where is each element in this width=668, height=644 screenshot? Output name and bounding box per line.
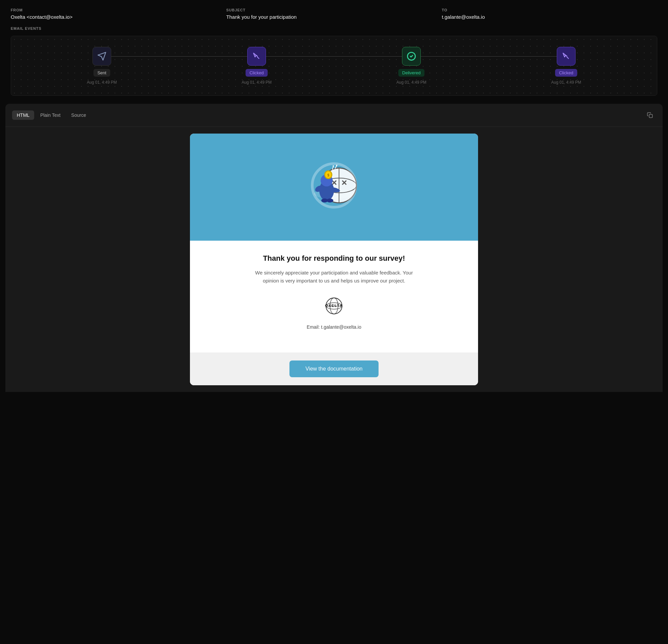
email-footer: View the documentation [190, 352, 478, 385]
subject-label: SUBJECT [226, 8, 442, 12]
event-delivered: Delivered Aug 01, 4:49 PM [334, 47, 489, 85]
event-badge-clicked-1: Clicked [246, 69, 268, 77]
to-value: t.galante@oxelta.io [442, 14, 657, 20]
svg-point-18 [333, 166, 334, 167]
oxelta-logo-svg: OXELTA [314, 294, 354, 318]
subject-col: SUBJECT Thank you for your participation [226, 8, 442, 20]
hero-illustration: ✕ ✕ $ [301, 154, 367, 221]
event-clicked-1: Clicked Aug 01, 4:49 PM [179, 47, 334, 85]
event-badge-delivered: Delivered [398, 69, 425, 77]
tab-plain-text[interactable]: Plain Text [35, 110, 65, 120]
email-contact-email: t.galante@oxelta.io [321, 324, 361, 330]
email-events-label: EMAIL EVENTS [11, 27, 657, 30]
event-sent: Sent Aug 01, 4:49 PM [25, 47, 179, 85]
email-title: Thank you for responding to our survey! [217, 254, 451, 263]
event-time-delivered: Aug 01, 4:49 PM [396, 80, 426, 85]
content-section: HTML Plain Text Source [5, 104, 663, 392]
email-header: FROM Oxelta <contact@oxelta.io> SUBJECT … [0, 0, 668, 27]
copy-button[interactable] [644, 109, 656, 121]
subject-value: Thank you for your participation [226, 14, 442, 20]
event-icon-sent [92, 47, 111, 66]
event-clicked-2: Clicked Aug 01, 4:49 PM [489, 47, 643, 85]
event-time-clicked-2: Aug 01, 4:49 PM [551, 80, 581, 85]
email-contact-label: Email: [307, 324, 320, 330]
svg-text:OXELTA: OXELTA [325, 303, 343, 308]
email-hero: ✕ ✕ $ [190, 133, 478, 241]
event-badge-clicked-2: Clicked [555, 69, 578, 77]
email-card: ✕ ✕ $ [190, 133, 478, 385]
event-icon-clicked-1 [247, 47, 266, 66]
svg-text:✕: ✕ [341, 179, 347, 187]
email-description: We sincerely appreciate your participati… [247, 269, 421, 285]
tab-actions [644, 109, 656, 121]
svg-text:$: $ [327, 173, 329, 177]
from-label: FROM [11, 8, 226, 12]
email-preview-wrapper: ✕ ✕ $ [5, 127, 663, 392]
from-value: Oxelta <contact@oxelta.io> [11, 14, 226, 20]
tab-source[interactable]: Source [67, 110, 91, 120]
cta-button[interactable]: View the documentation [289, 361, 379, 377]
from-col: FROM Oxelta <contact@oxelta.io> [11, 8, 226, 20]
to-col: TO t.galante@oxelta.io [442, 8, 657, 20]
event-icon-clicked-2 [557, 47, 576, 66]
event-time-sent: Aug 01, 4:49 PM [87, 80, 117, 85]
event-time-clicked-1: Aug 01, 4:49 PM [242, 80, 271, 85]
tabs-bar: HTML Plain Text Source [5, 104, 663, 127]
to-label: TO [442, 8, 657, 12]
svg-rect-2 [649, 114, 653, 118]
email-contact: Email: t.galante@oxelta.io [217, 324, 451, 330]
event-icon-delivered [402, 47, 421, 66]
email-events-section: EMAIL EVENTS Sent Aug 01, 4:49 PM Clicke… [0, 27, 668, 104]
svg-point-22 [327, 199, 333, 203]
events-container: Sent Aug 01, 4:49 PM Clicked Aug 01, 4:4… [11, 36, 657, 96]
tab-html[interactable]: HTML [12, 110, 34, 120]
svg-marker-0 [98, 52, 106, 60]
email-logo-area: OXELTA [217, 294, 451, 318]
event-badge-sent: Sent [93, 69, 110, 77]
email-body: Thank you for responding to our survey! … [190, 241, 478, 352]
